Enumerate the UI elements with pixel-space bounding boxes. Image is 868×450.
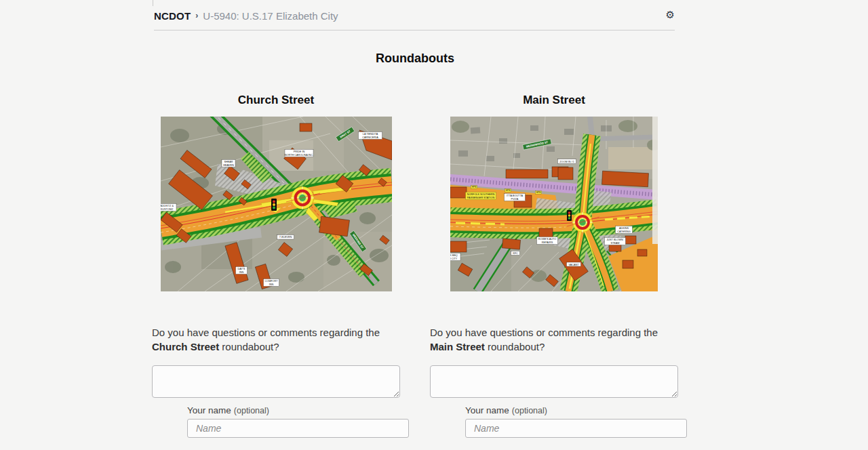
church-street-column: Church Street — [152, 94, 400, 438]
map-label-7-eleven: 7-ELEVEN — [279, 236, 292, 239]
svg-text:REPAIRS: REPAIRS — [542, 241, 553, 244]
svg-text:HEAVEN: HEAVEN — [223, 164, 234, 167]
page-content: NCDOT › U-5940: U.S.17 Elizabeth City ⚙ … — [152, 0, 678, 438]
church-street-heading: Church Street — [152, 94, 400, 107]
church-comments-textarea[interactable] — [152, 365, 400, 398]
main-street-heading: Main Street — [430, 94, 678, 107]
main-name-label: Your name(optional) — [465, 404, 547, 415]
svg-text:NORTH CAROLINA INC.: NORTH CAROLINA INC. — [284, 154, 313, 157]
map-label-addiktz: ADDIKTZ & — [161, 205, 174, 207]
svg-text:PIZZA: PIZZA — [511, 198, 519, 201]
breadcrumb-root[interactable]: NCDOT — [154, 10, 191, 22]
chevron-right-icon: › — [195, 11, 198, 20]
main-comments-textarea[interactable] — [430, 365, 678, 398]
map-label-days-inn: DAY'S — [237, 268, 245, 270]
map-label-norfolk-southern: NORFOLK SOUTHERN — [467, 193, 495, 196]
svg-text:INN: INN — [239, 271, 243, 274]
church-name-block: Your name(optional) — [187, 404, 409, 438]
breadcrumb-current: U-5940: U.S.17 Elizabeth City — [203, 10, 338, 22]
map-label-kfc: KFC — [513, 252, 518, 255]
svg-text:CARNICERIA: CARNICERIA — [362, 136, 378, 139]
church-street-map-image: LA TIENDITA CARNICERIA PRIDE IN NORTH CA… — [152, 117, 400, 291]
top-bar: NCDOT › U-5940: U.S.17 Elizabeth City ⚙ — [154, 0, 675, 30]
main-street-column: Main Street — [430, 94, 678, 438]
map-label-pride-nc: PRIDE IN — [293, 150, 304, 153]
church-question-text: Do you have questions or comments regard… — [152, 325, 400, 354]
map-label-rowes-auto: ROWE'S AUTO — [538, 238, 556, 241]
map-label-bbq: K BBQ — [450, 254, 458, 257]
content-left-divider — [153, 0, 153, 6]
breadcrumb: NCDOT › U-5940: U.S.17 Elizabeth City — [154, 10, 675, 22]
church-name-input[interactable] — [187, 419, 409, 438]
main-question-text: Do you have questions or comments regard… — [430, 325, 678, 354]
map-label-shear-heaven: SHEAR — [224, 161, 233, 163]
svg-text:KUSTOMZ: KUSTOMZ — [161, 208, 174, 211]
svg-text:STEAM: STEAM — [610, 242, 619, 245]
main-name-block: Your name(optional) — [465, 404, 687, 438]
map-label-la-tiendita: LA TIENDITA — [362, 133, 378, 136]
svg-text:INN: INN — [269, 283, 273, 286]
church-name-label: Your name(optional) — [187, 404, 269, 415]
map-label-hpb-3: HPB — [536, 191, 541, 194]
header-divider — [154, 30, 675, 30]
svg-text:PASSENGER STATION: PASSENGER STATION — [467, 197, 495, 199]
map-label-hpb-1: HPB — [472, 186, 477, 188]
svg-text:I CITY: I CITY — [450, 258, 458, 260]
map-label-itta-boutta: ITTA BOUTTA — [507, 195, 523, 197]
map-label-just-blown-steam: JUST BLOWN' — [606, 239, 623, 241]
map-label-adkins-catering: ADKINS — [619, 227, 629, 230]
settings-gear-icon[interactable]: ⚙ — [666, 9, 675, 20]
map-label-comfort-inn: COMFORT — [264, 280, 278, 283]
church-street-map-svg: LA TIENDITA CARNICERIA PRIDE IN NORTH CA… — [161, 117, 392, 291]
main-street-map-svg: MERRIWOOD ST ZOOM IN #1 NORFOLK SOUTHERN… — [450, 117, 658, 291]
page-title: Roundabouts — [152, 52, 678, 66]
map-label-zoom-in: ZOOM IN #1 — [559, 161, 574, 163]
main-name-input[interactable] — [465, 419, 687, 438]
svg-text:CATERING: CATERING — [617, 230, 630, 233]
map-label-hpb-2: HPB — [506, 189, 511, 192]
map-label-vacant: VACANT — [568, 264, 579, 266]
columns-container: Church Street — [152, 94, 678, 438]
main-street-map-image: MERRIWOOD ST ZOOM IN #1 NORFOLK SOUTHERN… — [430, 117, 678, 291]
